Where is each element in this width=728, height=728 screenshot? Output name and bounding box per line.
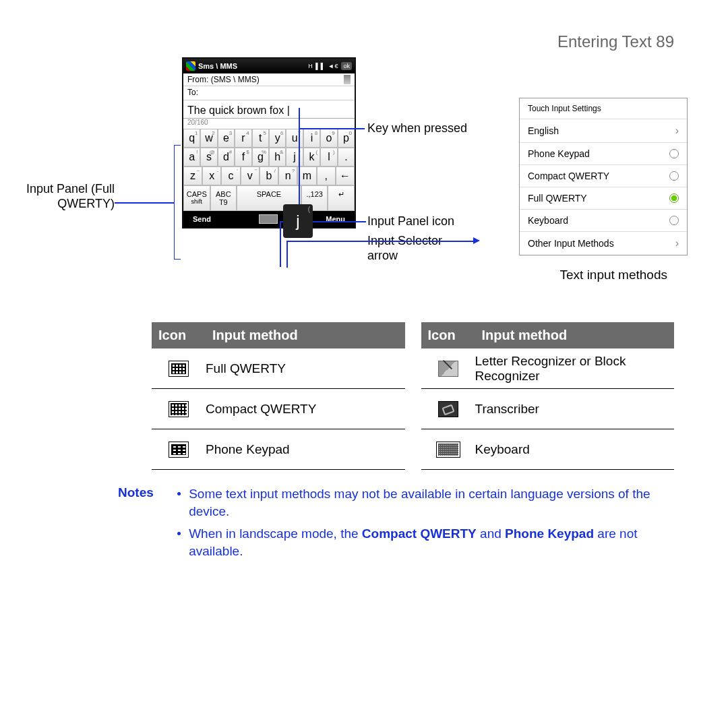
leader-panel-icon-v xyxy=(280,221,281,267)
key[interactable]: CAPSshift xyxy=(183,185,210,211)
method-label: Keyboard xyxy=(475,439,675,460)
menu-item[interactable]: Compact QWERTY xyxy=(520,165,687,187)
key[interactable]: ABC T9 xyxy=(210,185,237,211)
phone-status-icons: H ▌▌ ◄€ xyxy=(308,63,338,69)
key[interactable]: ↵ xyxy=(328,185,355,211)
leader-input-panel xyxy=(115,202,174,204)
left-table: Icon Input method Full QWERTYCompact QWE… xyxy=(152,322,405,470)
header-page-number: 89 xyxy=(656,32,674,51)
menu-item[interactable]: English› xyxy=(520,119,687,143)
phone-title-bar: Sms \ MMS H ▌▌ ◄€ ok xyxy=(183,59,355,73)
notes-list: Some text input methods may not be avail… xyxy=(177,485,674,566)
right-table: Icon Input method Letter Recognizer or B… xyxy=(421,322,675,470)
table-row: Full QWERTY xyxy=(152,348,405,389)
from-label: From: (SMS \ MMS) xyxy=(187,75,260,84)
method-label: Letter Recognizer or Block Recognizer xyxy=(475,351,675,386)
key[interactable]: p0 xyxy=(338,129,355,148)
leader-key-h xyxy=(299,128,365,129)
key[interactable]: n? xyxy=(278,166,297,185)
key[interactable]: . xyxy=(338,148,355,166)
callout-panel-icon: Input Panel icon xyxy=(367,214,454,229)
key-popup: j( xyxy=(283,204,313,238)
start-icon[interactable] xyxy=(186,61,195,71)
key[interactable]: t5 xyxy=(252,129,269,148)
keypad-icon xyxy=(169,442,189,458)
table-row: Keyboard xyxy=(421,429,675,470)
leader-key-v xyxy=(299,108,300,206)
key[interactable]: o9 xyxy=(320,129,337,148)
key[interactable]: e3 xyxy=(218,129,235,148)
phone-app-title: Sms \ MMS xyxy=(198,62,308,70)
input-panel-icon[interactable] xyxy=(259,214,278,224)
message-body[interactable]: The quick brown fox | xyxy=(183,100,355,119)
to-field[interactable]: To: xyxy=(183,86,355,100)
menu-item[interactable]: Phone Keypad xyxy=(520,143,687,165)
col-method: Input method xyxy=(475,322,675,348)
method-label: Compact QWERTY xyxy=(206,399,405,419)
ok-button[interactable]: ok xyxy=(341,62,352,70)
fullq-icon xyxy=(169,361,189,377)
trans-icon xyxy=(438,401,458,417)
table-row: Transcriber xyxy=(421,389,675,429)
recog-icon xyxy=(438,361,458,377)
key[interactable]: i8 xyxy=(303,129,320,148)
page-header: Entering Text 89 xyxy=(557,32,674,51)
menu-item[interactable]: Keyboard xyxy=(520,210,687,232)
col-icon: Icon xyxy=(152,322,206,348)
table-row: Compact QWERTY xyxy=(152,389,405,429)
note-item: Some text input methods may not be avail… xyxy=(177,485,674,520)
key[interactable]: v" xyxy=(241,166,260,185)
table-row: Phone Keypad xyxy=(152,429,405,470)
phone-mockup: Sms \ MMS H ▌▌ ◄€ ok From: (SMS \ MMS) T… xyxy=(182,57,356,229)
table-header: Icon Input method xyxy=(421,322,675,348)
notes-label: Notes xyxy=(118,485,163,566)
char-counter: 20/160 xyxy=(183,119,355,129)
col-method: Input method xyxy=(206,322,405,348)
menu-caption: Text input methods xyxy=(560,268,667,283)
key[interactable]: f$ xyxy=(235,148,251,166)
key[interactable]: u7 xyxy=(286,129,303,148)
menu-item[interactable]: Full QWERTY xyxy=(520,187,687,210)
key[interactable]: ← xyxy=(336,166,355,185)
key[interactable]: z~ xyxy=(183,166,202,185)
key[interactable]: b/ xyxy=(260,166,278,185)
scrollbar[interactable] xyxy=(344,75,351,84)
icon-tables: Icon Input method Full QWERTYCompact QWE… xyxy=(152,322,674,470)
key[interactable]: m xyxy=(297,166,316,185)
from-field: From: (SMS \ MMS) xyxy=(183,73,355,86)
input-method-menu[interactable]: Touch Input SettingsEnglish›Phone Keypad… xyxy=(519,98,688,255)
key[interactable]: r4 xyxy=(235,129,251,148)
key[interactable]: g% xyxy=(252,148,269,166)
bracket-input-panel xyxy=(174,145,181,260)
key[interactable]: k( xyxy=(303,148,320,166)
arrow-icon xyxy=(473,237,480,244)
callout-key-pressed: Key when pressed xyxy=(367,121,467,136)
key[interactable]: j* xyxy=(286,148,303,166)
leader-selector-v xyxy=(286,241,288,268)
method-label: Transcriber xyxy=(475,399,675,419)
method-label: Full QWERTY xyxy=(206,359,405,379)
menu-item[interactable]: Other Input Methods› xyxy=(520,232,687,255)
key[interactable]: x- xyxy=(202,166,221,185)
keyboard-panel[interactable]: q1w2e3r4t5y6u7i8o9p0a!s@d#f$g%h&j*k(l).z… xyxy=(183,129,355,211)
key[interactable]: y6 xyxy=(269,129,286,148)
diagram-area: Input Panel (Full QWERTY) Sms \ MMS H ▌▌… xyxy=(61,57,688,280)
key[interactable]: l) xyxy=(320,148,337,166)
key[interactable]: c' xyxy=(221,166,240,185)
softkey-bar: Send Menu xyxy=(183,211,355,227)
notes-block: Notes Some text input methods may not be… xyxy=(118,485,674,566)
note-item: When in landscape mode, the Compact QWER… xyxy=(177,525,674,559)
key[interactable]: h& xyxy=(269,148,286,166)
key[interactable]: , xyxy=(317,166,336,185)
key[interactable]: d# xyxy=(218,148,235,166)
key[interactable]: q1 xyxy=(183,129,200,148)
key[interactable]: s@ xyxy=(200,148,217,166)
leader-selector xyxy=(286,241,474,242)
key[interactable]: a! xyxy=(183,148,200,166)
key[interactable]: w2 xyxy=(200,129,217,148)
softkey-send[interactable]: Send xyxy=(193,215,211,223)
compq-icon xyxy=(169,401,189,417)
callout-selector: Input Selector arrow xyxy=(367,234,475,263)
header-title: Entering Text xyxy=(557,32,652,51)
callout-input-panel: Input Panel (Full QWERTY) xyxy=(7,182,115,211)
